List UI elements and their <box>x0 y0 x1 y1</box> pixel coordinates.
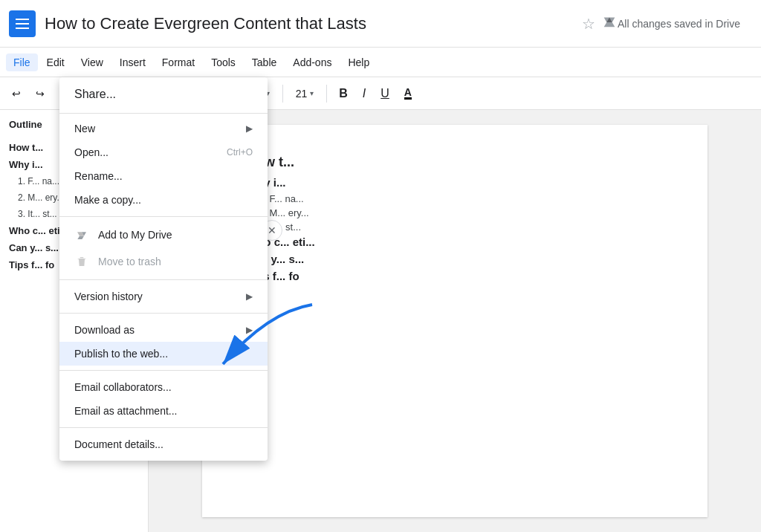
download-arrow-icon: ▶ <box>246 325 253 335</box>
publish-label: Publish to the web... <box>74 348 168 360</box>
new-menu-item[interactable]: New ▶ <box>59 117 268 140</box>
version-label: Version history <box>74 291 143 302</box>
download-menu-item[interactable]: Download as ▶ <box>59 318 268 342</box>
sep-4 <box>59 370 268 371</box>
doc-details-menu-item[interactable]: Document details... <box>59 432 268 456</box>
add-drive-menu-item[interactable]: Add to My Drive <box>59 221 268 248</box>
version-arrow-icon: ▶ <box>246 291 253 302</box>
email-attach-menu-item[interactable]: Email as attachment... <box>59 399 268 423</box>
doc-item-1: 1. F... na... <box>247 193 663 204</box>
sep-1 <box>59 216 268 217</box>
doc-item-2: 2. M... ery... <box>247 207 663 218</box>
document-page: How t... Why i... 1. F... na... 2. M... … <box>202 125 707 517</box>
doc-heading-4: Can y... s... <box>247 253 663 265</box>
drive-icon[interactable] <box>601 13 618 33</box>
size-arrow: ▾ <box>310 89 314 97</box>
toolbar-undo[interactable]: ↩ <box>6 85 27 103</box>
hamburger-button[interactable] <box>9 10 36 37</box>
email-attach-label: Email as attachment... <box>74 405 178 417</box>
version-history-menu-item[interactable]: Version history ▶ <box>59 285 268 308</box>
file-dropdown-menu: Share... New ▶ Open... Ctrl+O Rename... … <box>59 77 268 461</box>
color-label: A <box>404 87 412 100</box>
menu-help[interactable]: Help <box>340 53 377 71</box>
menu-format[interactable]: Format <box>155 53 202 71</box>
underline-button[interactable]: U <box>375 84 395 103</box>
doc-heading-5: Tips f... fo <box>247 270 663 282</box>
toolbar-redo[interactable]: ↪ <box>30 85 51 103</box>
saved-status: All changes saved in Drive <box>618 18 740 30</box>
menu-addons[interactable]: Add-ons <box>285 53 339 71</box>
menu-table[interactable]: Table <box>245 53 284 71</box>
doc-details-label: Document details... <box>74 438 163 450</box>
publish-menu-item[interactable]: Publish to the web... <box>59 342 268 366</box>
rename-menu-item[interactable]: Rename... <box>59 164 268 188</box>
menu-view[interactable]: View <box>74 53 111 71</box>
menu-edit[interactable]: Edit <box>39 53 72 71</box>
share-menu-item[interactable]: Share... <box>59 82 268 114</box>
italic-button[interactable]: I <box>357 84 372 103</box>
email-collab-menu-item[interactable]: Email collaborators... <box>59 375 268 399</box>
font-size-label: 21 <box>296 88 308 100</box>
new-arrow-icon: ▶ <box>246 123 253 134</box>
open-menu-item[interactable]: Open... Ctrl+O <box>59 140 268 164</box>
drive-icon <box>74 227 89 242</box>
menu-bar: File Edit View Insert Format Tools Table… <box>0 48 761 77</box>
text-color-button[interactable]: A <box>398 84 418 103</box>
document-title: How to Create Evergreen Content that Las… <box>45 14 574 33</box>
doc-item-3: 3. It... st... <box>247 221 663 233</box>
open-shortcut: Ctrl+O <box>227 147 253 158</box>
rename-label: Rename... <box>74 170 123 182</box>
menu-file[interactable]: File <box>6 53 38 71</box>
trash-menu-item: Move to trash <box>59 248 268 275</box>
sep-3 <box>59 313 268 314</box>
email-collab-label: Email collaborators... <box>74 381 172 393</box>
menu-insert[interactable]: Insert <box>112 53 153 71</box>
menu-tools[interactable]: Tools <box>204 53 243 71</box>
toolbar-sep-3 <box>282 85 283 103</box>
toolbar-sep-4 <box>326 85 327 103</box>
bold-button[interactable]: B <box>333 84 354 103</box>
sep-5 <box>59 427 268 428</box>
open-label: Open... <box>74 146 109 158</box>
download-label: Download as <box>74 324 135 336</box>
trash-label: Move to trash <box>98 256 161 267</box>
new-label: New <box>74 123 95 134</box>
star-icon[interactable]: ☆ <box>582 15 595 33</box>
top-bar: How to Create Evergreen Content that Las… <box>0 0 761 48</box>
copy-label: Make a copy... <box>74 194 141 206</box>
doc-heading-2: Why i... <box>247 176 663 189</box>
copy-menu-item[interactable]: Make a copy... <box>59 188 268 212</box>
doc-heading-1: How t... <box>247 155 663 170</box>
sep-2 <box>59 279 268 280</box>
trash-icon <box>74 254 89 269</box>
font-size-dropdown[interactable]: 21 ▾ <box>289 84 321 103</box>
doc-heading-3: Who c... eti... <box>247 236 663 248</box>
add-drive-label: Add to My Drive <box>98 229 172 241</box>
